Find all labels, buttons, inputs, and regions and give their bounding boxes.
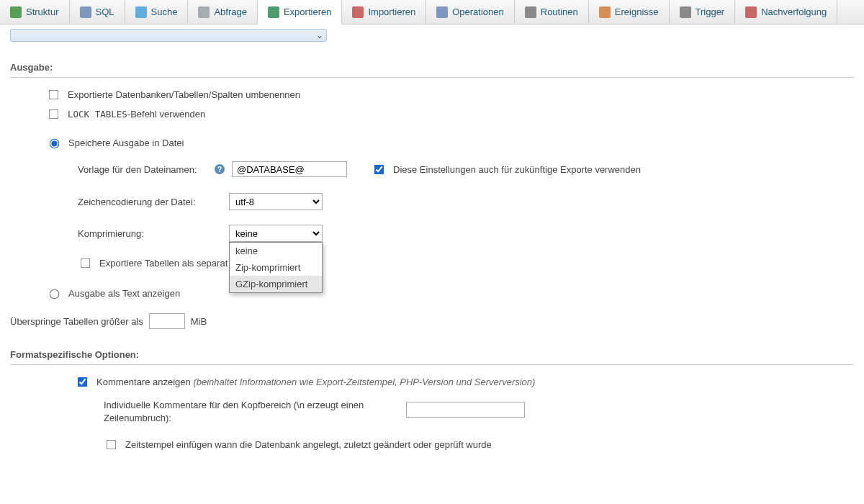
divider (10, 364, 854, 365)
compression-option[interactable]: keine (230, 243, 322, 259)
compression-option[interactable]: Zip-komprimiert (230, 259, 322, 276)
tab-label: Importieren (368, 6, 415, 17)
tab-icon (268, 6, 279, 18)
tab-label: Routinen (541, 6, 578, 17)
comments-checkbox[interactable] (78, 377, 88, 387)
tab-icon (198, 6, 210, 18)
tab-trigger[interactable]: Trigger (670, 0, 736, 24)
tab-label: SQL (96, 6, 114, 17)
tab-operationen[interactable]: Operationen (426, 0, 515, 24)
encoding-label: Zeichencodierung der Datei: (78, 197, 222, 207)
help-icon[interactable]: ? (215, 164, 225, 174)
section-format-title: Formatspezifische Optionen: (10, 349, 854, 360)
divider (10, 77, 854, 78)
remember-checkbox[interactable] (374, 164, 384, 174)
comments-note: (beinhaltet Informationen wie Export-Zei… (193, 377, 535, 387)
tab-icon (135, 6, 147, 18)
section-ausgabe-title: Ausgabe: (10, 62, 854, 73)
compression-select[interactable]: keine (229, 225, 323, 242)
encoding-select[interactable]: utf-8 (229, 193, 323, 210)
tab-label: Suche (151, 6, 178, 17)
filename-template-input[interactable] (232, 161, 347, 177)
skip-label: Überspringe Tabellen größer als (10, 316, 143, 327)
tab-icon (436, 6, 448, 18)
tab-routinen[interactable]: Routinen (515, 0, 589, 24)
tab-nachverfolgung[interactable]: Nachverfolgung (735, 0, 837, 24)
timestamp-label[interactable]: Zeitstempel einfügen wann die Datenbank … (125, 439, 492, 450)
collapsed-toolbar[interactable]: ⌄ (10, 29, 327, 42)
tab-label: Abfrage (214, 6, 247, 17)
lock-tables-code: LOCK TABLES (68, 109, 127, 120)
tab-label: Ereignisse (615, 6, 659, 17)
tab-label: Operationen (452, 6, 504, 17)
save-file-label[interactable]: Speichere Ausgabe in Datei (68, 138, 184, 148)
lock-tables-label[interactable]: LOCK TABLES-Befehl verwenden (68, 109, 205, 120)
skip-unit: MiB (191, 316, 207, 327)
rename-checkbox[interactable] (49, 90, 59, 100)
compression-option[interactable]: GZip-komprimiert (230, 276, 322, 292)
timestamp-checkbox[interactable] (107, 440, 117, 450)
separate-files-checkbox[interactable] (81, 258, 91, 269)
tab-sql[interactable]: SQL (70, 0, 125, 24)
tab-icon (80, 6, 91, 18)
tab-label: Exportieren (284, 6, 331, 17)
tab-abfrage[interactable]: Abfrage (188, 0, 258, 24)
chevron-down-icon: ⌄ (316, 30, 323, 40)
skip-size-input[interactable] (149, 313, 185, 329)
comments-label[interactable]: Kommentare anzeigen (beinhaltet Informat… (96, 377, 535, 387)
header-comment-input[interactable] (406, 402, 525, 418)
tab-importieren[interactable]: Importieren (342, 0, 426, 24)
tab-icon (10, 6, 22, 18)
tab-icon (599, 6, 611, 18)
tab-exportieren[interactable]: Exportieren (258, 0, 342, 24)
compression-dropdown: keineZip-komprimiertGZip-komprimiert (229, 242, 323, 293)
filename-template-label: Vorlage für den Dateinamen: (78, 164, 207, 175)
tab-icon (680, 6, 691, 18)
tab-ereignisse[interactable]: Ereignisse (589, 0, 670, 24)
tab-label: Struktur (26, 6, 59, 17)
as-text-label[interactable]: Ausgabe als Text anzeigen (68, 288, 180, 299)
separate-files-label[interactable]: Exportiere Tabellen als separat (99, 258, 228, 269)
tab-icon (525, 6, 536, 18)
tab-icon (745, 6, 757, 18)
tab-suche[interactable]: Suche (125, 0, 189, 24)
as-text-radio[interactable] (50, 289, 60, 300)
save-file-radio[interactable] (50, 139, 60, 149)
compression-label: Komprimierung: (78, 228, 222, 239)
remember-label[interactable]: Diese Einstellungen auch für zukünftige … (393, 164, 641, 175)
tab-icon (352, 6, 364, 18)
tab-label: Trigger (696, 6, 725, 17)
tab-struktur[interactable]: Struktur (0, 0, 70, 24)
rename-label[interactable]: Exportierte Datenbanken/Tabellen/Spalten… (68, 89, 300, 100)
header-comment-label: Individuelle Kommentare für den Kopfbere… (104, 399, 399, 425)
lock-tables-checkbox[interactable] (49, 109, 59, 120)
tabbar: StrukturSQLSucheAbfrageExportierenImport… (0, 0, 864, 24)
tab-label: Nachverfolgung (761, 6, 827, 17)
